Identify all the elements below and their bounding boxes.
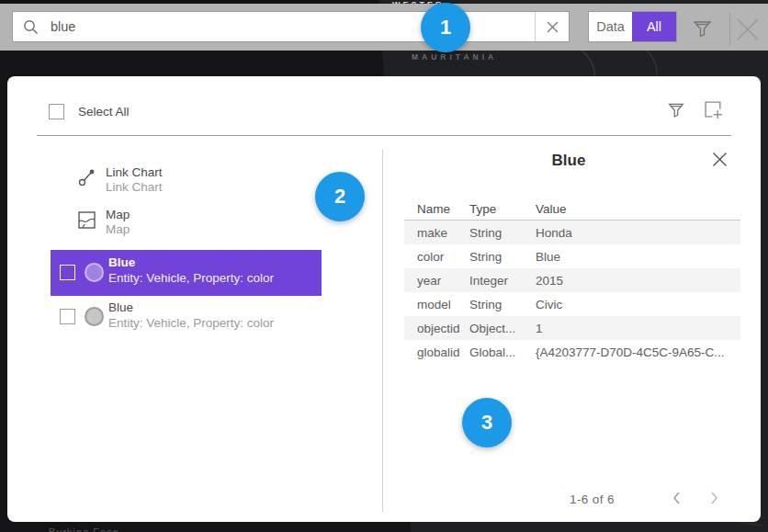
cell-type: String [469,226,536,240]
list-detail-divider [382,150,383,512]
cell-type: Object... [469,322,536,335]
cell-value: {A4203777-D70D-4C5C-9A65-C... [536,345,740,359]
result-subtitle: Entity: Vehicle, Property: color [108,316,274,331]
clear-search-button[interactable] [535,12,569,41]
cell-value: 1 [536,322,740,335]
cell-type: Global... [469,345,536,359]
result-title: Map [106,208,130,222]
cell-value: 2015 [536,274,740,288]
scope-option-data[interactable]: Data [589,12,632,41]
select-all-label: Select All [78,105,130,119]
cell-name: globalid [404,345,469,359]
scope-option-all[interactable]: All [632,12,676,41]
callout-badge-2: 2 [315,172,365,221]
detail-title: Blue [404,152,733,170]
cell-type: String [469,250,536,264]
cell-type: Integer [469,274,536,288]
column-header-type: Type [469,202,536,216]
cell-name: color [404,250,469,264]
page-previous-icon[interactable] [670,491,684,505]
map-label-mauritania: MAURITANIA [412,52,497,62]
filter-icon[interactable] [692,18,713,40]
result-checkbox[interactable] [60,265,75,280]
table-row: year Integer 2015 [404,268,740,292]
select-all-checkbox[interactable] [49,104,64,119]
map-label-clipped: Burkina Faso [49,526,159,532]
result-title: Link Chart [106,165,163,180]
cell-value: Blue [536,250,740,264]
cell-name: year [404,274,469,288]
app-window: WESTERN SAHARA MAURITANIA Burkina Faso b… [0,0,768,532]
result-checkbox[interactable] [60,309,75,324]
callout-badge-1: 1 [421,3,470,52]
table-row: globalid Global... {A4203777-D70D-4C5C-9… [404,340,740,364]
attribute-table: Name Type Value make String Honda color … [404,198,740,364]
table-row: model String Civic [404,292,740,316]
result-item-blue[interactable]: Blue Entity: Vehicle, Property: color [51,294,322,340]
detail-close-icon[interactable] [712,152,728,167]
map-icon [78,211,96,229]
search-input[interactable]: blue [12,11,570,42]
table-row: objectid Object... 1 [404,316,740,340]
search-icon [23,19,39,35]
search-toolbar: blue Data All [0,4,768,51]
result-item-map[interactable]: Map Map [76,208,315,241]
pagination-range: 1-6 of 6 [570,492,615,506]
callout-badge-3: 3 [462,398,512,447]
result-subtitle: Link Chart [106,180,163,195]
result-item-blue-selected[interactable]: Blue Entity: Vehicle, Property: color [51,250,322,296]
column-header-value: Value [536,202,740,216]
result-title: Blue [108,255,135,270]
page-next-icon[interactable] [706,491,721,505]
cell-name: make [404,226,469,240]
result-subtitle: Entity: Vehicle, Property: color [108,271,274,286]
results-filter-icon[interactable] [667,100,685,120]
cell-type: String [469,298,536,311]
cell-name: model [404,298,469,311]
toolbar-divider [729,13,730,46]
cell-value: Civic [536,298,740,311]
cell-name: objectid [404,322,469,335]
table-header-row: Name Type Value [404,198,740,221]
panel-header-divider [37,135,731,136]
table-row: color String Blue [404,244,740,268]
table-row: make String Honda [404,221,740,244]
entity-dot-icon [85,307,104,326]
link-chart-icon [78,168,96,187]
column-header-name: Name [404,202,469,216]
result-item-link-chart[interactable]: Link Chart Link Chart [76,165,315,198]
cell-value: Honda [536,226,740,240]
result-subtitle: Map [106,222,130,237]
entity-dot-icon [85,263,104,282]
result-title: Blue [108,300,133,315]
add-to-selection-icon[interactable] [704,100,723,119]
close-search-icon[interactable] [734,16,762,43]
search-results-panel: Select All [7,76,761,522]
scope-toggle: Data All [588,11,677,42]
